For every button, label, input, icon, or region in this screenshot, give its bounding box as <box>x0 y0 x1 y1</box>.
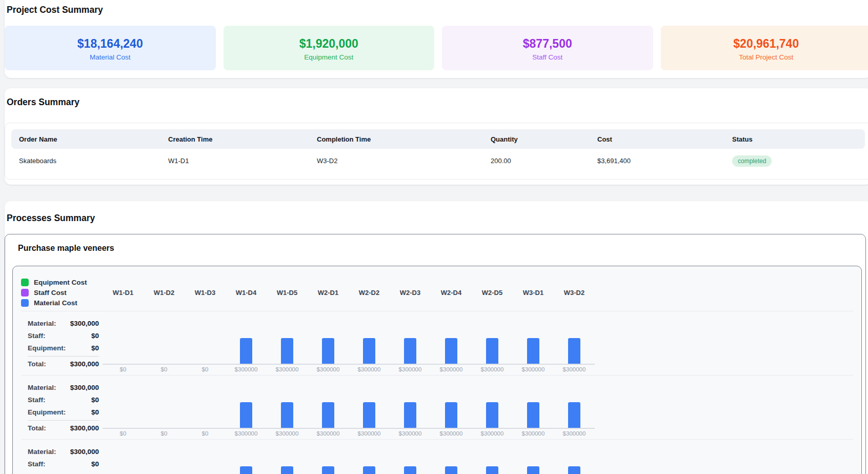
bar-value-labels: $0$0$0$300000$300000$300000$300000$30000… <box>103 429 595 437</box>
bar-cell <box>308 382 349 428</box>
cost-bar[interactable] <box>445 466 457 474</box>
bar-cell <box>144 382 185 428</box>
cost-bar[interactable] <box>404 466 416 474</box>
cell-order-name: Skateboards <box>19 157 168 165</box>
cost-bar[interactable] <box>322 402 334 428</box>
cost-card: $20,961,740 Total Project Cost <box>661 26 868 70</box>
stat-label: Material: <box>28 318 56 330</box>
stat-staff: Staff:$0 <box>28 330 99 342</box>
cost-bar[interactable] <box>486 466 498 474</box>
cost-bar[interactable] <box>486 402 498 428</box>
cost-bar[interactable] <box>281 338 293 364</box>
bar-value-label: $300000 <box>554 430 595 437</box>
bar-value-label: $300000 <box>513 430 554 437</box>
cost-bar[interactable] <box>322 338 334 364</box>
cost-bar[interactable] <box>568 338 580 364</box>
cell-creation-time: W1-D1 <box>168 157 317 165</box>
legend-swatch-icon <box>21 279 29 286</box>
cost-card: $18,164,240 Material Cost <box>5 26 216 70</box>
col-header-cost: Cost <box>597 135 732 143</box>
orders-summary-title: Orders Summary <box>7 95 868 109</box>
cost-card-value: $18,164,240 <box>5 36 216 51</box>
bar-value-labels: $0$0$0$300000$300000$300000$300000$30000… <box>103 365 595 372</box>
stat-value: $0 <box>91 330 99 342</box>
cost-bar[interactable] <box>404 402 416 428</box>
bars-strip <box>103 318 595 365</box>
stat-staff: Staff:$0 <box>28 394 99 406</box>
bar-value-label: $300000 <box>390 366 431 372</box>
cost-bar[interactable] <box>445 338 457 364</box>
bar-value-label: $300000 <box>308 366 349 372</box>
chart-row: Material:$300,000Staff:$0Equipment:$0Tot… <box>21 375 853 439</box>
cost-bar[interactable] <box>445 402 457 428</box>
stat-value: $0 <box>91 458 99 470</box>
bar-cell <box>472 382 513 428</box>
bar-cell <box>349 446 390 474</box>
orders-table: Order Name Creation Time Completion Time… <box>5 123 868 180</box>
bar-cell <box>554 318 595 364</box>
cost-bar[interactable] <box>568 402 580 428</box>
stat-equipment: Equipment:$0 <box>28 406 99 419</box>
cost-bar[interactable] <box>240 466 252 474</box>
bar-cell <box>308 318 349 364</box>
cost-card-label: Total Project Cost <box>661 53 868 62</box>
row-plot: $0$0$0$300000$300000$300000$300000$30000… <box>103 382 595 439</box>
stat-material: Material:$300,000 <box>28 446 99 458</box>
col-header-quantity: Quantity <box>491 135 597 143</box>
bar-cell <box>513 318 554 364</box>
stats-divider <box>28 420 99 421</box>
chart-row: Material:$300,000Staff:$0Equipment:$0Tot… <box>21 311 853 375</box>
processes-summary-title: Processes Summary <box>7 211 868 225</box>
stat-value: $0 <box>91 406 99 419</box>
row-plot: $0$0$0$300000$300000$300000$300000$30000… <box>103 446 595 474</box>
cell-cost: $3,691,400 <box>597 157 732 165</box>
orders-summary-section: Orders Summary Order Name Creation Time … <box>5 88 868 185</box>
legend-item: Material Cost <box>21 298 99 308</box>
chart-rows: Material:$300,000Staff:$0Equipment:$0Tot… <box>21 311 853 474</box>
cost-bar[interactable] <box>363 402 375 428</box>
bar-cell <box>431 382 472 428</box>
stat-material: Material:$300,000 <box>28 318 99 330</box>
legend-label: Material Cost <box>34 299 77 307</box>
cost-bar[interactable] <box>527 402 539 428</box>
bar-cell <box>267 446 308 474</box>
chart-column-headers: W1-D1W1-D2W1-D3W1-D4W1-D5W2-D1W2-D2W2-D3… <box>103 266 595 311</box>
cost-bar[interactable] <box>527 466 539 474</box>
bar-value-label: $300000 <box>308 430 349 437</box>
cost-bar[interactable] <box>568 466 580 474</box>
process-title: Purchase maple veneers <box>18 243 862 253</box>
stat-equipment: Equipment:$0 <box>28 342 99 354</box>
cost-bar[interactable] <box>404 338 416 364</box>
bar-value-label: $0 <box>103 430 144 437</box>
legend-label: Staff Cost <box>34 289 67 297</box>
legend-label: Equipment Cost <box>34 279 87 286</box>
column-header: W1-D1 <box>103 289 144 311</box>
project-cost-summary-section: Project Cost Summary $18,164,240 Materia… <box>5 0 868 78</box>
bar-cell <box>144 318 185 364</box>
cost-card: $877,500 Staff Cost <box>442 26 653 70</box>
bar-cell <box>103 382 144 428</box>
bar-cell <box>513 446 554 474</box>
column-header: W1-D2 <box>144 289 185 311</box>
bar-value-label: $300000 <box>226 366 267 372</box>
bar-cell <box>349 318 390 364</box>
cost-bar[interactable] <box>240 402 252 428</box>
column-header: W1-D5 <box>267 289 308 311</box>
cost-bar[interactable] <box>322 466 334 474</box>
cost-bar[interactable] <box>486 338 498 364</box>
cost-bar[interactable] <box>527 338 539 364</box>
bar-cell <box>226 446 267 474</box>
bar-cell <box>226 382 267 428</box>
cost-bar[interactable] <box>281 466 293 474</box>
cell-quantity: 200.00 <box>491 157 597 165</box>
bar-value-label: $300000 <box>431 366 472 372</box>
cost-bar[interactable] <box>363 338 375 364</box>
column-header: W2-D3 <box>390 289 431 311</box>
cost-bar[interactable] <box>281 402 293 428</box>
stats-divider <box>28 356 99 357</box>
cost-bar[interactable] <box>363 466 375 474</box>
stat-label: Total: <box>28 358 46 370</box>
cell-completion-time: W3-D2 <box>317 157 491 165</box>
cost-bar[interactable] <box>240 338 252 364</box>
cost-card-value: $1,920,000 <box>224 36 435 51</box>
